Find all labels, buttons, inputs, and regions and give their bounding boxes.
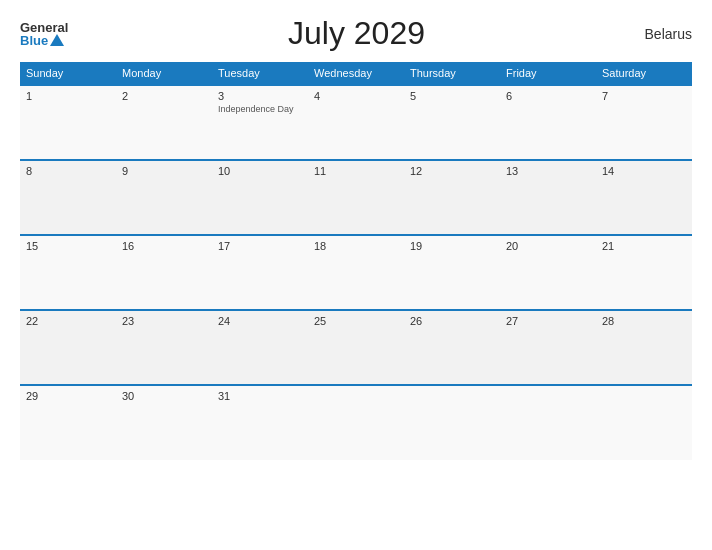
calendar-day-cell: 7 [596,85,692,160]
calendar-day-cell: 4 [308,85,404,160]
calendar-day-cell: 28 [596,310,692,385]
calendar-day-cell: 17 [212,235,308,310]
header-saturday: Saturday [596,62,692,85]
calendar-day-cell: 27 [500,310,596,385]
calendar-week-row: 22232425262728 [20,310,692,385]
month-title: July 2029 [68,15,644,52]
header-friday: Friday [500,62,596,85]
header-monday: Monday [116,62,212,85]
day-number: 28 [602,315,686,327]
calendar-container: General Blue July 2029 Belarus Sunday Mo… [0,0,712,550]
calendar-day-cell: 5 [404,85,500,160]
day-number: 11 [314,165,398,177]
logo-general-text: General [20,21,68,34]
calendar-day-cell [500,385,596,460]
day-number: 25 [314,315,398,327]
calendar-day-cell [404,385,500,460]
calendar-table: Sunday Monday Tuesday Wednesday Thursday… [20,62,692,460]
calendar-day-cell: 3Independence Day [212,85,308,160]
calendar-day-cell: 10 [212,160,308,235]
header-tuesday: Tuesday [212,62,308,85]
calendar-day-cell: 11 [308,160,404,235]
day-number: 14 [602,165,686,177]
logo: General Blue [20,21,68,47]
day-number: 17 [218,240,302,252]
calendar-day-cell: 12 [404,160,500,235]
logo-blue-text: Blue [20,34,64,47]
calendar-day-cell: 1 [20,85,116,160]
header-sunday: Sunday [20,62,116,85]
day-number: 16 [122,240,206,252]
day-number: 23 [122,315,206,327]
day-number: 6 [506,90,590,102]
calendar-day-cell: 29 [20,385,116,460]
day-number: 26 [410,315,494,327]
day-number: 29 [26,390,110,402]
day-number: 22 [26,315,110,327]
day-number: 7 [602,90,686,102]
day-number: 30 [122,390,206,402]
calendar-day-cell: 13 [500,160,596,235]
calendar-day-cell: 24 [212,310,308,385]
weekday-header-row: Sunday Monday Tuesday Wednesday Thursday… [20,62,692,85]
header-thursday: Thursday [404,62,500,85]
calendar-header: General Blue July 2029 Belarus [20,15,692,52]
day-number: 10 [218,165,302,177]
calendar-day-cell: 14 [596,160,692,235]
day-number: 2 [122,90,206,102]
calendar-day-cell: 19 [404,235,500,310]
calendar-day-cell: 9 [116,160,212,235]
calendar-day-cell: 30 [116,385,212,460]
calendar-day-cell: 15 [20,235,116,310]
calendar-week-row: 293031 [20,385,692,460]
calendar-day-cell: 2 [116,85,212,160]
day-number: 18 [314,240,398,252]
day-number: 24 [218,315,302,327]
day-number: 1 [26,90,110,102]
calendar-day-cell: 16 [116,235,212,310]
calendar-day-cell: 6 [500,85,596,160]
calendar-day-cell: 18 [308,235,404,310]
day-number: 13 [506,165,590,177]
day-number: 4 [314,90,398,102]
day-number: 21 [602,240,686,252]
calendar-day-cell: 23 [116,310,212,385]
day-number: 9 [122,165,206,177]
logo-triangle-icon [50,34,64,46]
calendar-day-cell: 31 [212,385,308,460]
calendar-week-row: 15161718192021 [20,235,692,310]
day-number: 15 [26,240,110,252]
day-number: 5 [410,90,494,102]
day-number: 27 [506,315,590,327]
country-label: Belarus [645,26,692,42]
calendar-day-cell [596,385,692,460]
calendar-week-row: 891011121314 [20,160,692,235]
calendar-week-row: 123Independence Day4567 [20,85,692,160]
calendar-day-cell: 22 [20,310,116,385]
day-number: 19 [410,240,494,252]
calendar-day-cell: 8 [20,160,116,235]
day-number: 12 [410,165,494,177]
day-number: 8 [26,165,110,177]
calendar-day-cell: 20 [500,235,596,310]
calendar-day-cell [308,385,404,460]
calendar-day-cell: 21 [596,235,692,310]
holiday-label: Independence Day [218,104,302,114]
day-number: 20 [506,240,590,252]
day-number: 31 [218,390,302,402]
calendar-day-cell: 25 [308,310,404,385]
header-wednesday: Wednesday [308,62,404,85]
day-number: 3 [218,90,302,102]
calendar-day-cell: 26 [404,310,500,385]
